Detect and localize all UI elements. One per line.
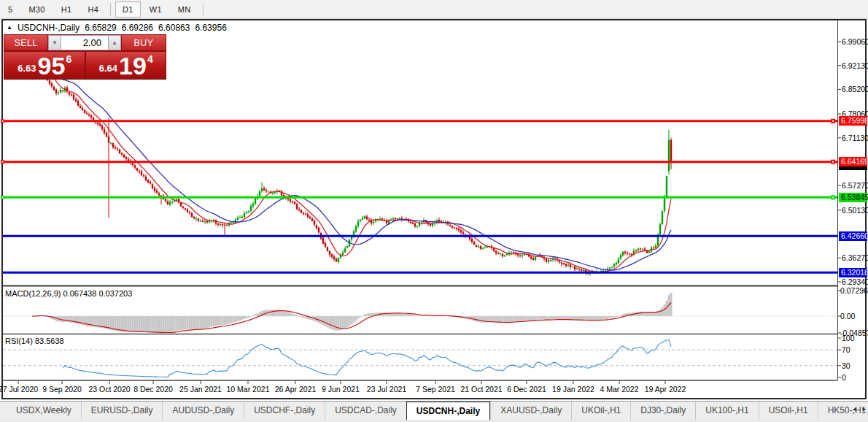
chart-tab-bar: USDX,WeeklyEURUSD-,DailyAUDUSD-,DailyUSD… xyxy=(0,401,868,420)
macd-axis-tick: 0.072963 xyxy=(840,286,867,295)
price-axis-tick: 6.92130 xyxy=(842,61,867,70)
date-label: 8 Dec 2020 xyxy=(133,385,173,394)
trading-platform-window: 5M30H1H4D1W1MN ▲ USDCNH-,Daily 6.65829 6… xyxy=(0,0,868,422)
macd-axis-tick: 0.00 xyxy=(840,312,867,321)
date-label: 26 Apr 2021 xyxy=(275,385,317,394)
one-click-trading-panel: SELL ▼ 2.00 ▲ BUY 6.63 95 6 6.64 19 4 xyxy=(4,34,166,80)
date-label: 9 Sep 2020 xyxy=(42,385,82,394)
tab-usdcad-daily[interactable]: USDCAD-,Daily xyxy=(325,402,406,420)
tab-eurusd-daily[interactable]: EURUSD-,Daily xyxy=(81,402,163,420)
tab-ukoil-h1[interactable]: UKOil-,H1 xyxy=(571,402,630,420)
chart-title: ▲ USDCNH-,Daily 6.65829 6.69286 6.60863 … xyxy=(7,23,227,33)
bid-price-label xyxy=(839,166,867,170)
tab-usdx-weekly[interactable]: USDX,Weekly xyxy=(7,402,81,420)
price-level-label-6.32018: 6.32018 xyxy=(839,268,867,277)
price-axis-tick: 6.71130 xyxy=(842,134,867,142)
tab-scroll-right-icon[interactable]: ▸ xyxy=(862,405,866,413)
tab-scroll-left-icon[interactable]: ◂ xyxy=(853,405,856,413)
volume-increase-button[interactable]: ▲ xyxy=(108,35,121,50)
buy-price-big: 19 xyxy=(119,55,147,77)
collapse-icon[interactable]: ▲ xyxy=(7,24,12,31)
price-axis-tick: 6.99060 xyxy=(842,37,867,46)
rsi-indicator-label: RSI(14) 83.5638 xyxy=(5,337,64,345)
tab-usdchf-daily[interactable]: USDCHF-,Daily xyxy=(244,402,325,420)
macd-indicator-label: MACD(12,26,9) 0.067438 0.037203 xyxy=(5,289,132,298)
date-label: 21 Oct 2021 xyxy=(460,385,502,394)
rsi-level-lines xyxy=(3,350,837,366)
price-axis-tick: 6.57270 xyxy=(842,181,867,190)
tab-dj30-daily[interactable]: DJ30-,Daily xyxy=(630,402,695,420)
sell-price-sup: 6 xyxy=(66,53,71,65)
volume-decrease-button[interactable]: ▼ xyxy=(48,35,61,50)
buy-price-sup: 4 xyxy=(147,53,153,65)
date-label: 19 Jan 2022 xyxy=(552,385,594,394)
date-label: 4 Mar 2022 xyxy=(600,385,638,394)
price-axis-tick: 6.85200 xyxy=(842,85,867,93)
date-label: 10 Mar 2021 xyxy=(227,385,270,394)
ohlc-open: 6.65829 xyxy=(85,23,116,33)
date-label: 25 Jan 2021 xyxy=(179,385,222,394)
buy-button[interactable]: BUY xyxy=(121,35,166,50)
buy-price-prefix: 6.64 xyxy=(99,63,117,74)
sell-price-big: 95 xyxy=(38,55,66,77)
tab-usoil-h1[interactable]: USOil-,H1 xyxy=(759,402,818,420)
tab-audusd-daily[interactable]: AUDUSD-,Daily xyxy=(162,402,244,420)
price-level-label-6.75998: 6.75998 xyxy=(839,116,867,126)
rsi-axis-tick: 100 xyxy=(842,334,867,342)
rsi-line xyxy=(63,339,671,377)
tab-scroll-controls: ◂ ▸ xyxy=(853,405,866,413)
price-level-label-6.64169: 6.64169 xyxy=(839,157,867,166)
volume-input[interactable]: 2.00 xyxy=(61,35,108,50)
horizontal-level-line-6.53845[interactable] xyxy=(1,195,837,199)
rsi-axis-tick: 70 xyxy=(842,345,867,354)
ohlc-low: 6.60863 xyxy=(158,23,190,33)
ohlc-high: 6.69286 xyxy=(122,23,153,33)
date-label: 6 Dec 2021 xyxy=(507,385,546,394)
sell-button[interactable]: SELL xyxy=(4,35,48,50)
sell-price-prefix: 6.63 xyxy=(18,63,36,74)
date-label: 27 Jul 2020 xyxy=(0,385,38,394)
buy-price-button[interactable]: 6.64 19 4 xyxy=(85,52,166,79)
price-level-label-6.42660: 6.42660 xyxy=(839,231,867,241)
tab-xauusd-daily[interactable]: XAUUSD-,Daily xyxy=(490,402,571,420)
price-axis-tick: 6.29340 xyxy=(842,277,867,286)
ohlc-close: 6.63956 xyxy=(195,23,226,33)
chart-symbol-label: USDCNH-,Daily xyxy=(18,23,80,33)
price-candles xyxy=(31,58,672,276)
sell-price-button[interactable]: 6.63 95 6 xyxy=(4,52,85,79)
date-label: 7 Sep 2021 xyxy=(416,385,455,394)
date-label: 23 Oct 2020 xyxy=(88,385,130,394)
tab-usdcnh-daily[interactable]: USDCNH-,Daily xyxy=(406,402,490,420)
price-level-label-6.53845: 6.53845 xyxy=(839,193,867,202)
rsi-axis-tick: 0 xyxy=(842,373,867,382)
date-label: 19 Apr 2022 xyxy=(645,385,686,394)
rsi-axis-tick: 30 xyxy=(842,361,867,370)
date-label: 9 Jun 2021 xyxy=(322,385,360,394)
date-label: 23 Jul 2021 xyxy=(367,385,406,394)
price-axis-tick: 6.36270 xyxy=(842,253,867,262)
horizontal-level-line-6.75998[interactable] xyxy=(1,119,837,123)
tab-uk100-h1[interactable]: UK100-,H1 xyxy=(695,402,758,420)
price-axis-tick: 6.50130 xyxy=(842,206,867,215)
